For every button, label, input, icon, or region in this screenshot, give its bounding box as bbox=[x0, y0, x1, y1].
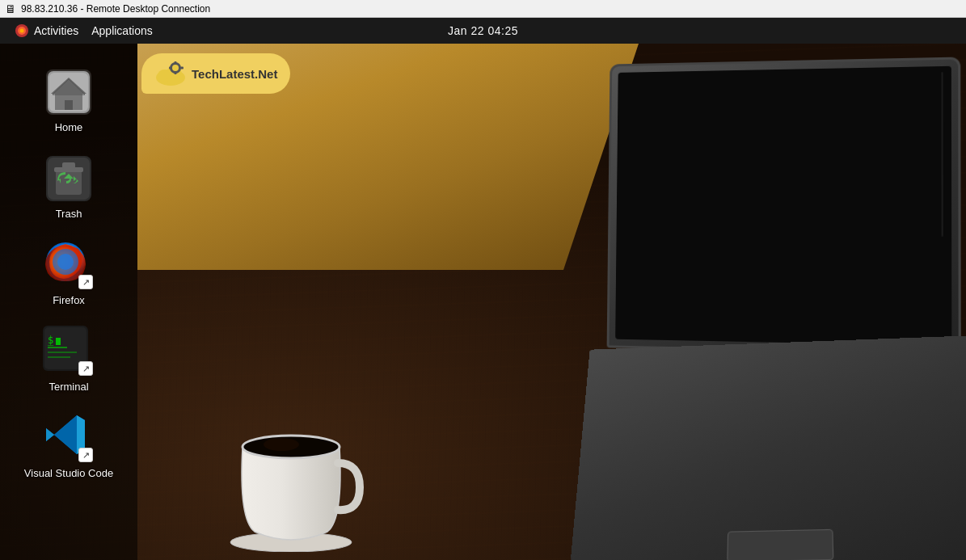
titlebar: 🖥 98.83.210.36 - Remote Desktop Connecti… bbox=[0, 0, 966, 18]
shortcut-arrow-vscode: ↗ bbox=[78, 448, 93, 462]
svg-rect-27 bbox=[62, 162, 75, 169]
vscode-icon-container: ↗ bbox=[43, 412, 95, 464]
svg-rect-39 bbox=[56, 338, 61, 345]
firefox-icon-container: ↗ bbox=[43, 239, 95, 291]
vscode-desktop-icon[interactable]: ↗ Visual Studio Code bbox=[12, 406, 125, 486]
svg-rect-38 bbox=[48, 356, 70, 358]
trash-icon-label: Trash bbox=[56, 208, 82, 220]
techlatest-logo: TechLatest.Net bbox=[141, 53, 290, 94]
svg-point-31 bbox=[57, 254, 74, 270]
applications-label: Applications bbox=[91, 24, 153, 37]
gnome-icon bbox=[15, 23, 29, 38]
shortcut-arrow-terminal: ↗ bbox=[78, 361, 93, 376]
svg-point-2 bbox=[20, 29, 24, 33]
desktop: // This won't run here - keys are render… bbox=[0, 44, 966, 560]
home-desktop-icon[interactable]: Home bbox=[12, 60, 125, 140]
svg-rect-37 bbox=[48, 352, 77, 353]
shortcut-arrow-firefox: ↗ bbox=[78, 275, 93, 289]
home-icon bbox=[43, 66, 95, 118]
coffee-cup-image bbox=[218, 366, 364, 552]
trash-desktop-icon[interactable]: Trash bbox=[12, 146, 125, 226]
home-icon-label: Home bbox=[55, 121, 83, 133]
terminal-icon-label: Terminal bbox=[49, 381, 88, 393]
svg-rect-13 bbox=[175, 71, 177, 74]
svg-rect-14 bbox=[169, 67, 172, 69]
logo-icon bbox=[154, 60, 187, 87]
firefox-icon-label: Firefox bbox=[53, 294, 85, 306]
svg-rect-12 bbox=[175, 61, 177, 65]
vscode-icon-label: Visual Studio Code bbox=[24, 467, 113, 479]
logo-text: TechLatest.Net bbox=[192, 67, 277, 81]
firefox-desktop-icon[interactable]: ↗ Firefox bbox=[12, 233, 125, 313]
activities-button[interactable]: Activities bbox=[10, 23, 83, 38]
applications-menu[interactable]: Applications bbox=[83, 24, 161, 37]
svg-point-5 bbox=[264, 438, 299, 451]
topbar: Activities Applications Jan 22 04:25 bbox=[0, 18, 966, 44]
svg-rect-21 bbox=[65, 100, 73, 110]
svg-rect-15 bbox=[180, 67, 183, 69]
home-icon-container bbox=[43, 66, 95, 118]
activities-label: Activities bbox=[34, 24, 78, 37]
trash-icon-container bbox=[43, 153, 95, 204]
titlebar-text: 98.83.210.36 - Remote Desktop Connection bbox=[21, 3, 210, 15]
sidebar: Home Trash bbox=[0, 44, 137, 560]
laptop-image: // This won't run here - keys are render… bbox=[505, 44, 966, 560]
terminal-icon-container: _ $ ↗ bbox=[43, 326, 95, 377]
terminal-desktop-icon[interactable]: _ $ ↗ Terminal bbox=[12, 319, 125, 399]
titlebar-icon: 🖥 bbox=[5, 2, 16, 15]
trash-icon bbox=[43, 153, 95, 204]
svg-text:$: $ bbox=[48, 335, 53, 346]
datetime-display: Jan 22 04:25 bbox=[448, 24, 518, 37]
svg-rect-36 bbox=[48, 347, 67, 348]
svg-point-11 bbox=[172, 65, 179, 71]
